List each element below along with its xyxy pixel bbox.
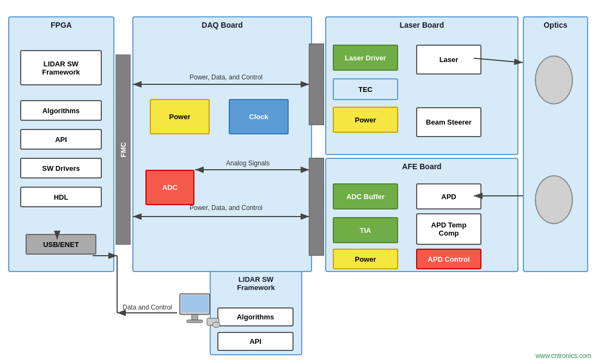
lidar-sw-box: LIDAR SWFramework	[20, 50, 102, 85]
tec-box: TEC	[333, 78, 398, 100]
daq-label: DAQ Board	[133, 21, 311, 29]
beam-steerer-box: Beam Steerer	[416, 107, 481, 137]
tia-box: TIA	[333, 217, 398, 243]
fpga-label: FPGA	[9, 21, 113, 29]
afe-board: AFE Board ADC Buffer APD TIA APD TempCom…	[325, 158, 518, 272]
svg-rect-14	[192, 314, 198, 320]
hdl-box: HDL	[20, 187, 102, 207]
fpga-board: FPGA LIDAR SWFramework Algorithms API SW…	[8, 16, 114, 272]
lidar-sw-bottom-board: LIDAR SWFramework Algorithms API	[210, 271, 302, 355]
usb-enet-box: USB/ENET	[26, 234, 96, 255]
analog-signals-label: Analog Signals	[210, 159, 286, 167]
power-daq-box: Power	[150, 99, 210, 134]
optic-top	[535, 55, 573, 104]
api-bottom-box: API	[217, 332, 294, 351]
api-box: API	[20, 129, 102, 150]
power-afe-box: Power	[333, 249, 398, 269]
algorithms-box: Algorithms	[20, 100, 102, 121]
clock-box: Clock	[229, 99, 289, 134]
adc-buffer-box: ADC Buffer	[333, 183, 398, 209]
fmc-bar: FMC	[115, 54, 131, 245]
daq-board: DAQ Board Power Clock ADC	[132, 16, 312, 272]
laser-label: Laser Board	[326, 21, 517, 29]
apd-control-box: APD Control	[416, 249, 481, 269]
laser-box: Laser	[416, 45, 481, 75]
connector-bottom	[309, 158, 324, 256]
optic-bottom	[535, 175, 573, 224]
connector-top	[309, 44, 324, 125]
laser-board: Laser Board Laser Driver TEC Power Laser…	[325, 16, 518, 155]
computer-icon	[177, 291, 221, 329]
svg-rect-15	[187, 320, 203, 323]
svg-point-17	[212, 322, 220, 328]
lidar-sw-bottom-label: LIDAR SWFramework	[211, 275, 301, 292]
apd-temp-comp-box: APD TempComp	[416, 213, 481, 245]
power-laser-box: Power	[333, 107, 398, 133]
adc-box: ADC	[145, 170, 194, 205]
computer-area	[177, 291, 221, 329]
power-data-control-bottom-label: Power, Data, and Control	[158, 204, 294, 212]
algorithms-bottom-box: Algorithms	[217, 307, 294, 326]
laser-driver-box: Laser Driver	[333, 45, 398, 71]
data-control-label: Data and Control	[123, 304, 172, 311]
diagram: FPGA LIDAR SWFramework Algorithms API SW…	[0, 0, 598, 364]
optics-label: Optics	[524, 21, 587, 29]
power-data-control-top-label: Power, Data, and Control	[158, 73, 294, 81]
optics-board: Optics	[523, 16, 588, 272]
watermark: www.cntronics.com	[535, 352, 591, 360]
apd-box: APD	[416, 183, 481, 209]
afe-label: AFE Board	[326, 162, 517, 171]
svg-rect-13	[181, 295, 208, 312]
sw-drivers-box: SW Drivers	[20, 158, 102, 178]
